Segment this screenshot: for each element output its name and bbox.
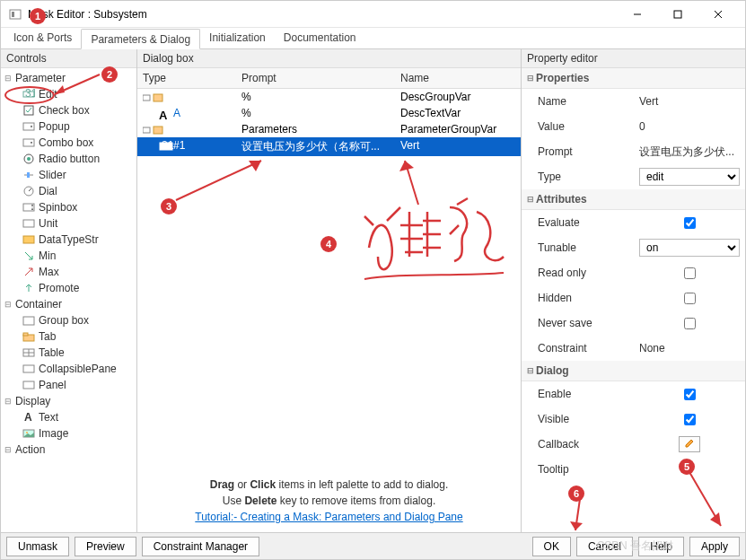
close-button[interactable] [698,1,738,27]
row-prompt: Parameters [236,121,395,137]
prop-label: Tooltip [538,463,639,476]
control-slider[interactable]: Slider [1,167,136,183]
prop-read-only: Read only [522,260,745,285]
control-datatypestr[interactable]: DataTypeStr [1,232,136,248]
annotation-badge-2: 2 [101,66,118,83]
control-edit[interactable]: 31Edit [1,86,136,102]
svg-rect-10 [23,139,34,146]
prop-label: Callback [538,438,639,451]
dialog-columns: Type Prompt Name [137,68,521,89]
collapse-icon: ⊟ [4,300,13,309]
min-icon [22,250,35,261]
prop-checkbox[interactable] [684,293,696,304]
control-combo-box[interactable]: Combo box [1,135,136,151]
tab-documentation[interactable]: Documentation [275,28,365,48]
control-label: Panel [39,379,66,391]
control-max[interactable]: Max [1,264,136,280]
dialog-row[interactable]: AA%DescTextVar [137,105,521,121]
props-section-dialog[interactable]: ⊟Dialog [522,361,745,381]
tab-icon-ports[interactable]: Icon & Ports [4,28,81,48]
props-section-attributes[interactable]: ⊟Attributes [522,189,745,210]
svg-point-30 [26,432,28,433]
apply-button[interactable]: Apply [689,537,740,556]
control-panel[interactable]: Panel [1,377,136,393]
tab-initialization[interactable]: Initialization [200,28,275,48]
prop-label: Read only [538,267,639,279]
control-label: DataTypeStr [39,233,99,246]
prop-checkbox[interactable] [684,414,696,425]
check-box-icon [22,105,35,116]
annotation-badge-5: 5 [679,459,695,475]
panel-icon [22,380,35,390]
control-min[interactable]: Min [1,248,136,264]
unmask-button[interactable]: Unmask [6,537,69,556]
prop-value: None [639,342,740,354]
prop-tooltip: Tooltip [522,457,745,482]
titlebar: Mask Editor : Subsystem [1,1,745,28]
prop-edit-button[interactable] [679,436,700,452]
prop-label: Type [538,171,639,183]
control-spinbox[interactable]: Spinbox [1,199,136,215]
ok-button[interactable]: OK [532,537,571,556]
prop-label: Value [538,120,639,133]
control-unit[interactable]: Unit [1,215,136,232]
maximize-button[interactable] [657,1,698,27]
row-type-icon: 31 [159,141,173,152]
dialog-header: Dialog box [137,49,521,68]
group-label: Parameter [15,72,66,84]
prop-checkbox[interactable] [684,267,696,279]
prop-checkbox[interactable] [684,217,696,229]
collapsiblepane-icon [22,363,35,374]
combo-box-icon [22,137,35,148]
dialog-row[interactable]: 31#1设置电压为多少伏（名称可...Vert [137,137,521,156]
control-tab[interactable]: Tab [1,328,136,345]
props-section-properties[interactable]: ⊟Properties [522,68,745,89]
datatypestr-icon [22,234,35,245]
dialog-row[interactable]: ParametersParameterGroupVar [137,121,521,137]
prop-label: Prompt [538,145,639,158]
tab-parameters-dialog[interactable]: Parameters & Dialog [81,29,200,49]
prop-never-save: Never save [522,311,745,336]
svg-rect-20 [23,317,34,325]
control-text[interactable]: AText [1,409,136,425]
table-icon [22,347,35,358]
control-group-box[interactable]: Group box [1,312,136,328]
control-check-box[interactable]: Check box [1,102,136,118]
control-popup[interactable]: Popup [1,118,136,135]
controls-group[interactable]: ⊟Display [1,393,136,409]
control-label: Spinbox [39,201,77,214]
prop-value: Value0 [522,114,745,139]
control-radio-button[interactable]: Radio button [1,151,136,167]
svg-rect-14 [27,172,30,178]
controls-panel: Controls ⊟Parameter31EditCheck boxPopupC… [1,49,137,532]
prop-select[interactable]: edit [639,168,740,186]
prop-select[interactable]: on [639,239,740,257]
controls-group[interactable]: ⊟Container [1,296,136,312]
col-prompt: Prompt [236,68,395,88]
tabbar: Icon & Ports Parameters & Dialog Initial… [1,28,745,49]
minimize-button[interactable] [617,1,657,27]
prop-label: Hidden [538,292,639,304]
control-image[interactable]: Image [1,425,136,442]
popup-icon [22,121,35,132]
controls-group[interactable]: ⊟Action [1,442,136,458]
control-label: Slider [39,169,66,181]
prop-label: Name [538,95,639,108]
control-table[interactable]: Table [1,345,136,361]
dial-icon [22,186,35,197]
prop-label: Enable [538,388,639,400]
prop-checkbox[interactable] [684,318,696,329]
tutorial-link[interactable]: Tutorial:- Creating a Mask: Parameters a… [195,511,462,523]
constraint-manager-button[interactable]: Constraint Manager [142,537,259,556]
preview-button[interactable]: Preview [75,537,136,556]
control-dial[interactable]: Dial [1,183,136,199]
prop-value: Vert [639,95,740,108]
control-collapsiblepane[interactable]: CollapsiblePane [1,361,136,377]
svg-text:31: 31 [162,141,173,152]
control-promote[interactable]: Promote [1,280,136,296]
svg-rect-31 [143,95,150,101]
prop-callback: Callback [522,432,745,457]
watermark: CSDN 吾名招财 [597,538,673,554]
prop-checkbox[interactable] [684,389,696,400]
dialog-row[interactable]: %DescGroupVar [137,89,521,105]
